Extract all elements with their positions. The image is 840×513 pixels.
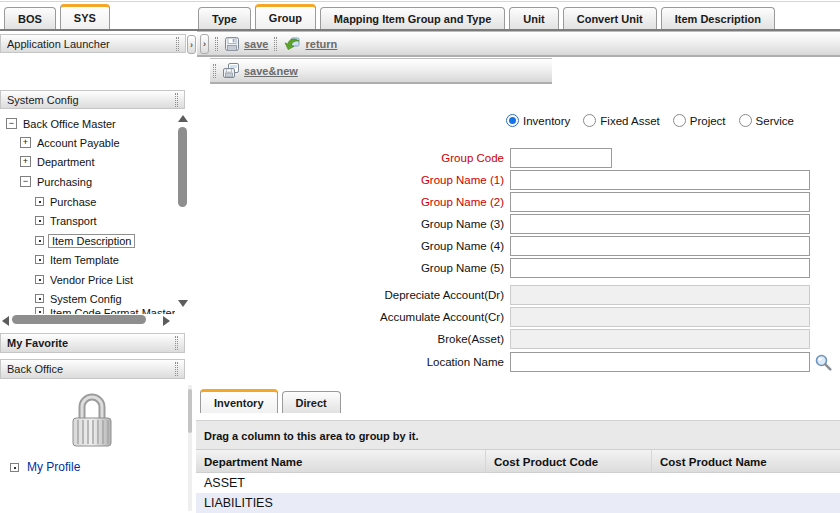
group-name-3-input[interactable] (510, 214, 810, 234)
collapse-icon[interactable]: − (20, 176, 31, 187)
my-favorite-section-header[interactable]: My Favorite (0, 333, 185, 353)
form-row-group-code: Group Code (196, 148, 840, 170)
drag-grip (175, 336, 178, 350)
drag-grip (175, 362, 178, 376)
tree-node-label: System Config (50, 293, 122, 305)
scroll-up-arrow-icon[interactable] (178, 115, 188, 122)
tab-detail-direct[interactable]: Direct (282, 391, 341, 413)
my-profile-label: My Profile (27, 460, 80, 474)
tab-bos[interactable]: BOS (4, 7, 56, 29)
radio-inventory[interactable]: Inventory (506, 114, 570, 127)
column-header-cost-product-code[interactable]: Cost Product Code (486, 450, 652, 474)
column-header-cost-product-name[interactable]: Cost Product Name (652, 450, 840, 474)
tab-type-label: Type (212, 13, 237, 25)
leaf-node-icon (35, 275, 44, 284)
sidebar-scroll-thumb[interactable] (188, 389, 192, 433)
plus-glyph: + (23, 138, 28, 147)
expand-icon[interactable]: + (20, 137, 31, 148)
tab-group[interactable]: Group (255, 4, 316, 29)
plus-glyph: + (23, 157, 28, 166)
panel-collapse-button[interactable]: › (187, 35, 196, 54)
form-row-depreciate-account: Depreciate Account(Dr) (196, 285, 840, 307)
form-row-location-name: Location Name (196, 352, 840, 374)
scroll-left-arrow-icon[interactable] (2, 316, 9, 326)
minus-glyph: − (9, 119, 14, 128)
save-button[interactable]: save (224, 36, 268, 52)
radio-fixed-asset[interactable]: Fixed Asset (583, 114, 659, 127)
tree-node-transport[interactable]: Transport (35, 211, 97, 230)
tab-sys[interactable]: SYS (60, 4, 110, 29)
tab-unit[interactable]: Unit (509, 7, 558, 29)
tree-vertical-scrollbar[interactable] (176, 113, 189, 309)
tree-node-department[interactable]: + Department (20, 152, 94, 171)
horizontal-scroll-thumb[interactable] (12, 315, 146, 324)
return-button-label: return (305, 38, 337, 50)
tree-node-label: Purchasing (37, 176, 92, 188)
group-name-2-label: Group Name (2) (196, 192, 504, 212)
table-row-asset[interactable]: ASSET (196, 473, 840, 493)
tree-node-item-template[interactable]: Item Template (35, 250, 119, 269)
tree-node-label: Item Template (50, 254, 119, 266)
back-office-section-header[interactable]: Back Office (0, 359, 185, 379)
location-name-input[interactable] (510, 352, 810, 372)
radio-project-label: Project (690, 115, 726, 127)
sidebar-scrollbar[interactable] (188, 385, 192, 511)
magnifier-lookup-icon[interactable] (814, 353, 833, 372)
broke-asset-label: Broke(Asset) (196, 329, 504, 349)
tree-node-purchasing[interactable]: − Purchasing (20, 172, 92, 191)
top-divider (0, 1, 840, 2)
cell-department-name: LIABILITIES (196, 493, 486, 513)
collapse-icon[interactable]: − (6, 118, 17, 129)
group-name-2-input[interactable] (510, 192, 810, 212)
tree-node-label: Vendor Price List (50, 274, 133, 286)
tree-horizontal-scrollbar[interactable] (0, 313, 172, 327)
depreciate-account-label: Depreciate Account(Dr) (196, 285, 504, 305)
app-launcher-header[interactable]: Application Launcher (0, 34, 186, 53)
detail-tabstrip: Inventory Direct (200, 389, 341, 413)
my-profile-link[interactable]: My Profile (10, 460, 80, 474)
navigation-tree: − Back Office Master + Account Payable +… (0, 112, 196, 314)
accumulate-account-input (510, 307, 810, 327)
tab-detail-inventory[interactable]: Inventory (200, 389, 278, 413)
tree-node-vendor-price-list[interactable]: Vendor Price List (35, 270, 133, 289)
tree-node-label: Purchase (50, 196, 96, 208)
expand-icon[interactable]: + (20, 156, 31, 167)
vertical-scroll-thumb[interactable] (178, 127, 187, 207)
radio-service-label: Service (756, 115, 794, 127)
tree-node-purchase[interactable]: Purchase (35, 192, 96, 211)
tab-convert-unit[interactable]: Convert Unit (563, 7, 657, 29)
scroll-down-arrow-icon[interactable] (178, 300, 188, 307)
accumulate-account-label: Accumulate Account(Cr) (196, 307, 504, 327)
radio-project[interactable]: Project (673, 114, 726, 127)
tab-bos-label: BOS (18, 13, 42, 25)
return-button[interactable]: return (283, 36, 337, 52)
table-row-liabilities[interactable]: LIABILITIES (196, 493, 840, 513)
tab-mapping-item-group-and-type[interactable]: Mapping Item Group and Type (320, 7, 505, 29)
tab-item-description[interactable]: Item Description (661, 7, 775, 29)
tree-node-system-config[interactable]: System Config (35, 289, 122, 308)
group-name-1-input[interactable] (510, 170, 810, 190)
system-config-header[interactable]: System Config (0, 90, 185, 109)
leaf-node-icon (35, 216, 44, 225)
radio-icon (739, 114, 752, 127)
group-code-input[interactable] (510, 148, 612, 168)
main-toolbar: › save return (197, 31, 840, 57)
toolbar-expander-button[interactable]: › (200, 34, 209, 54)
column-header-department-name[interactable]: Department Name (196, 450, 486, 474)
tree-node-back-office-master[interactable]: − Back Office Master (6, 114, 116, 133)
radio-service[interactable]: Service (739, 114, 794, 127)
form-row-group-name-5: Group Name (5) (196, 258, 840, 280)
tab-unit-label: Unit (523, 13, 544, 25)
save-and-new-button[interactable]: save&new (222, 62, 298, 79)
group-name-5-input[interactable] (510, 258, 810, 278)
location-name-label: Location Name (196, 352, 504, 372)
tree-node-item-description[interactable]: Item Description (35, 231, 135, 250)
tree-node-account-payable[interactable]: + Account Payable (20, 133, 120, 152)
tab-type[interactable]: Type (198, 7, 251, 29)
broke-asset-input (510, 329, 810, 349)
drag-grip (176, 37, 179, 51)
lock-icon (68, 392, 116, 450)
group-name-4-input[interactable] (510, 236, 810, 256)
scroll-right-arrow-icon[interactable] (163, 316, 170, 326)
toolbar-grip (274, 37, 277, 51)
